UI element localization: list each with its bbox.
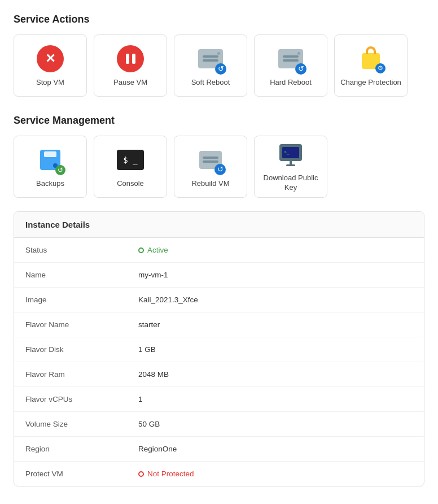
value-image: Kali_2021.3_Xfce <box>138 296 198 304</box>
label-volume-size: Volume Size <box>25 420 138 428</box>
console-icon: $ _ <box>117 150 144 170</box>
hard-reboot-icon <box>277 45 304 72</box>
hard-reboot-icon-wrap <box>276 44 305 73</box>
label-flavor-name: Flavor Name <box>25 320 138 329</box>
value-flavor-ram: 2048 MB <box>138 370 169 379</box>
label-region: Region <box>25 445 138 453</box>
console-card[interactable]: $ _ Console <box>94 136 167 198</box>
change-protection-card[interactable]: Change Protection <box>334 34 408 97</box>
hard-reboot-card[interactable]: Hard Reboot <box>254 34 327 97</box>
service-actions-grid: Stop VM Pause VM <box>14 34 424 97</box>
detail-row-protect-vm: Protect VM Not Protected <box>14 462 424 486</box>
soft-reboot-label: Soft Reboot <box>191 78 230 88</box>
pause-vm-card[interactable]: Pause VM <box>94 34 167 97</box>
detail-row-volume-size: Volume Size 50 GB <box>14 412 424 437</box>
console-icon-wrap: $ _ <box>116 145 145 175</box>
detail-row-flavor-vcpus: Flavor vCPUs 1 <box>14 387 424 412</box>
lock-shackle <box>366 46 376 54</box>
label-flavor-vcpus: Flavor vCPUs <box>25 395 138 403</box>
value-name: my-vm-1 <box>138 271 168 279</box>
service-management-grid: Backups $ _ Console Reb <box>14 136 424 198</box>
value-flavor-name: starter <box>138 320 160 329</box>
stop-vm-card[interactable]: Stop VM <box>14 34 87 97</box>
label-flavor-disk: Flavor Disk <box>25 345 138 354</box>
value-region: RegionOne <box>138 445 177 453</box>
change-protection-icon-wrap <box>356 44 386 73</box>
hard-reboot-label: Hard Reboot <box>270 78 312 88</box>
detail-row-image: Image Kali_2021.3_Xfce <box>14 288 424 312</box>
change-protection-icon <box>357 45 384 72</box>
not-protected-text: Not Protected <box>147 470 194 478</box>
pause-bar-right <box>132 54 135 64</box>
refresh-badge-green <box>55 165 65 175</box>
backups-icon-wrap <box>36 145 65 175</box>
download-public-key-card[interactable]: >_ Download Public Key <box>254 136 327 198</box>
pause-bars <box>126 54 135 64</box>
download-public-key-icon: >_ <box>277 141 304 168</box>
backups-card[interactable]: Backups <box>14 136 87 198</box>
value-protect-vm: Not Protected <box>138 470 194 478</box>
refresh-badge-soft <box>215 63 226 75</box>
pause-vm-icon-wrap <box>116 44 145 73</box>
monitor-screen: >_ <box>282 147 299 158</box>
detail-row-flavor-ram: Flavor Ram 2048 MB <box>14 362 424 387</box>
soft-reboot-card[interactable]: Soft Reboot <box>174 34 247 97</box>
gear-badge <box>375 63 386 73</box>
monitor: >_ <box>279 144 302 161</box>
service-management-title: Service Management <box>14 115 424 127</box>
rebuild-vm-card[interactable]: Rebuild VM <box>174 136 247 198</box>
rebuild-vm-icon <box>197 146 224 173</box>
console-label: Console <box>117 179 144 189</box>
not-protected-dot <box>138 471 144 477</box>
pause-vm-icon <box>117 45 144 72</box>
label-protect-vm: Protect VM <box>25 470 138 478</box>
stop-vm-icon-wrap <box>36 44 65 73</box>
service-actions-title: Service Actions <box>14 14 424 25</box>
rebuild-vm-icon-wrap <box>196 145 225 175</box>
status-active-text: Active <box>147 246 168 254</box>
value-status: Active <box>138 246 168 254</box>
soft-reboot-icon-wrap <box>196 44 225 73</box>
pause-vm-label: Pause VM <box>113 78 147 88</box>
label-status: Status <box>25 246 138 254</box>
stop-vm-icon <box>37 45 64 72</box>
page-wrapper: Service Actions Stop VM Pause VM <box>0 0 438 504</box>
rebuild-badge <box>214 164 226 175</box>
status-active-dot <box>138 247 144 253</box>
detail-row-name: Name my-vm-1 <box>14 263 424 288</box>
refresh-badge-hard <box>295 63 306 75</box>
backups-icon <box>37 146 64 173</box>
download-public-key-icon-wrap: >_ <box>276 141 305 169</box>
label-flavor-ram: Flavor Ram <box>25 370 138 379</box>
backups-label: Backups <box>36 179 64 189</box>
stop-vm-label: Stop VM <box>36 78 64 88</box>
value-flavor-vcpus: 1 <box>138 395 143 403</box>
detail-row-flavor-disk: Flavor Disk 1 GB <box>14 337 424 362</box>
value-volume-size: 50 GB <box>138 420 160 428</box>
soft-reboot-icon <box>197 45 224 72</box>
change-protection-label: Change Protection <box>340 78 401 88</box>
pause-bar-left <box>126 54 129 64</box>
instance-details-title: Instance Details <box>25 220 413 229</box>
download-public-key-label: Download Public Key <box>259 173 322 193</box>
label-name: Name <box>25 271 138 279</box>
value-flavor-disk: 1 GB <box>138 345 156 354</box>
rebuild-vm-label: Rebuild VM <box>191 179 229 189</box>
instance-details-section: Instance Details Status Active Name my-v… <box>14 211 424 486</box>
detail-row-flavor-name: Flavor Name starter <box>14 312 424 337</box>
detail-row-region: Region RegionOne <box>14 437 424 462</box>
label-image: Image <box>25 296 138 304</box>
instance-details-header: Instance Details <box>14 212 424 238</box>
detail-row-status: Status Active <box>14 238 424 263</box>
